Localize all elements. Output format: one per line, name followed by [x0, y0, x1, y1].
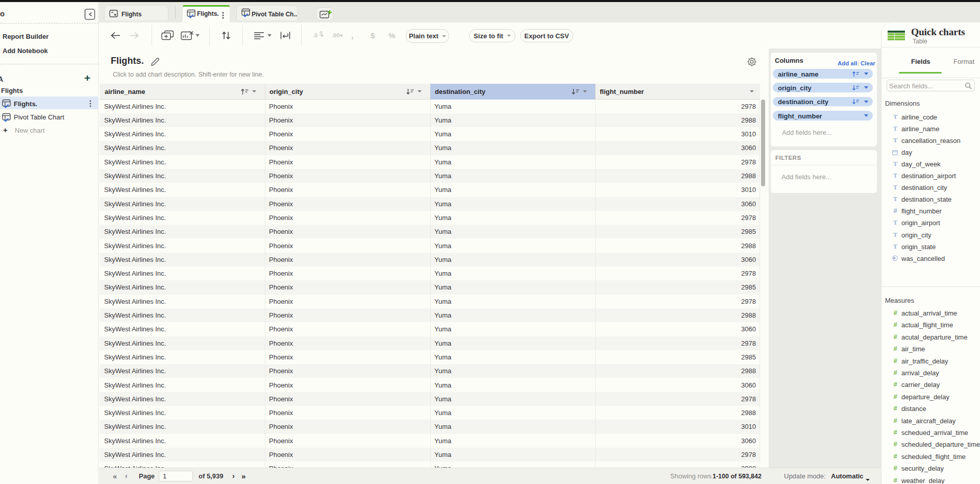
svg-text:.00: .00	[332, 32, 339, 38]
svg-text:.0: .0	[313, 32, 317, 38]
